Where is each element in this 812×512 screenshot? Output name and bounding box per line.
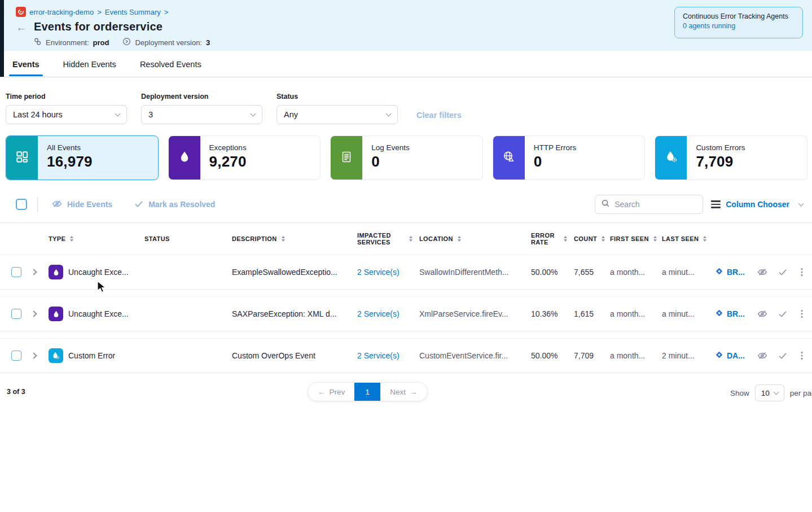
card-all-events[interactable]: All Events 16,979 <box>6 135 159 180</box>
event-location: CustomEventService.fir... <box>419 351 531 360</box>
impacted-services-link[interactable]: 2 Service(s) <box>357 268 419 277</box>
breadcrumb-section-link[interactable]: Events Summary <box>105 8 161 16</box>
agents-running-link[interactable]: 0 agents running <box>683 22 735 30</box>
environment-icon <box>33 37 42 47</box>
table-row: Uncaught Exce... SAXParseException: XML … <box>0 296 812 331</box>
card-http-errors[interactable]: HTTP Errors 0 <box>493 135 646 180</box>
clear-filters-button[interactable]: Clear filters <box>416 111 462 120</box>
kebab-menu-icon[interactable] <box>797 267 806 277</box>
card-value: 0 <box>534 153 577 170</box>
resolve-event-icon[interactable] <box>778 309 788 319</box>
sort-icon[interactable] <box>282 236 285 242</box>
event-type: Custom Error <box>68 351 115 360</box>
flame-icon <box>178 150 191 166</box>
expand-row-icon[interactable] <box>30 310 37 317</box>
deployment-version-label: Deployment version <box>141 93 262 100</box>
prev-label: Prev <box>330 388 345 396</box>
summary-cards: All Events 16,979 Exceptions 9,270 <box>0 124 812 180</box>
search-input-container <box>595 195 703 214</box>
mark-resolved-button[interactable]: Mark as Resolved <box>134 199 215 211</box>
card-value: 16,979 <box>47 153 93 170</box>
column-chooser-button[interactable]: Column Chooser <box>711 200 803 209</box>
hide-event-icon[interactable] <box>757 266 768 278</box>
card-custom-errors[interactable]: Custom Errors 7,709 <box>655 135 807 180</box>
last-seen: 2 minut... <box>662 351 715 360</box>
impacted-services-link[interactable]: 2 Service(s) <box>357 309 419 318</box>
prev-page-button[interactable]: ← Prev <box>308 383 354 401</box>
row-checkbox[interactable] <box>11 351 21 361</box>
hide-events-button[interactable]: Hide Events <box>51 198 112 211</box>
select-all-checkbox[interactable] <box>16 199 27 210</box>
search-icon <box>601 199 610 210</box>
log-icon <box>340 150 353 166</box>
expand-row-icon[interactable] <box>30 352 37 358</box>
globe-alert-icon <box>502 150 516 166</box>
hide-event-icon[interactable] <box>757 350 768 361</box>
time-period-select[interactable]: Last 24 hours <box>6 105 127 124</box>
table-body: Uncaught Exce... ExampleSwallowedExcepti… <box>0 255 812 373</box>
next-page-button[interactable]: Next → <box>380 383 427 401</box>
card-label: Custom Errors <box>696 143 745 152</box>
divider <box>37 197 38 212</box>
environment-value: prod <box>93 38 109 47</box>
page-size-select[interactable]: 10 <box>755 384 784 401</box>
tab-hidden-events[interactable]: Hidden Events <box>62 52 117 76</box>
back-button[interactable]: ← <box>16 21 27 33</box>
hide-event-icon[interactable] <box>757 308 768 320</box>
impacted-services-link[interactable]: 2 Service(s) <box>357 351 419 360</box>
resolve-event-icon[interactable] <box>778 267 788 277</box>
status-select[interactable]: Any <box>276 105 398 124</box>
event-description: Custom OverOps Event <box>232 351 357 360</box>
column-header-error-rate: ERROR RATE <box>531 232 559 246</box>
deployment-value: 3 <box>206 38 210 47</box>
jira-diamond-icon <box>715 309 723 320</box>
row-checkbox[interactable] <box>11 267 21 277</box>
error-rate: 50.00% <box>531 268 574 277</box>
hide-events-label: Hide Events <box>67 200 112 209</box>
table-header-row: TYPE STATUS DESCRIPTION IMPACTED SERVICE… <box>0 222 812 255</box>
kebab-menu-icon[interactable] <box>797 351 806 361</box>
column-header-impacted-services: IMPACTED SERVICES <box>357 232 405 246</box>
time-period-value: Last 24 hours <box>13 110 63 119</box>
card-exceptions[interactable]: Exceptions 9,270 <box>168 135 321 180</box>
kebab-menu-icon[interactable] <box>797 309 806 319</box>
resolve-event-icon[interactable] <box>778 351 788 361</box>
page-header: error-tracking-demo > Events Summary > ←… <box>0 0 812 51</box>
chevron-down-icon <box>115 111 121 117</box>
search-input[interactable] <box>615 200 694 209</box>
sort-icon[interactable] <box>70 236 73 242</box>
sort-icon[interactable] <box>703 236 706 242</box>
row-checkbox[interactable] <box>11 309 21 319</box>
show-label: Show <box>730 389 749 397</box>
breadcrumb-project-link[interactable]: error-tracking-demo <box>29 8 94 16</box>
sort-icon[interactable] <box>458 236 461 242</box>
last-seen: a minut... <box>662 268 715 277</box>
breadcrumb-separator: > <box>164 8 169 16</box>
pagination: ← Prev 1 Next → <box>308 382 428 401</box>
arrow-right-icon: → <box>410 388 418 396</box>
error-tracking-app: error-tracking-demo > Events Summary > ←… <box>0 0 812 512</box>
chevron-down-icon <box>386 111 392 117</box>
table-row: Uncaught Exce... ExampleSwallowedExcepti… <box>0 255 812 290</box>
first-seen: a month... <box>610 309 662 318</box>
sort-icon[interactable] <box>653 236 657 242</box>
event-type: Uncaught Exce... <box>68 268 129 277</box>
breadcrumb: error-tracking-demo > Events Summary > <box>16 7 210 17</box>
deployment-version-select[interactable]: 3 <box>141 105 262 124</box>
event-description: SAXParseException: XML d... <box>232 309 357 318</box>
column-header-status: STATUS <box>144 235 170 242</box>
card-log-events[interactable]: Log Events 0 <box>330 135 483 180</box>
ticket-link[interactable]: BR... <box>727 268 745 277</box>
column-header-location: LOCATION <box>419 235 453 242</box>
tab-resolved-events[interactable]: Resolved Events <box>139 52 203 76</box>
sort-icon[interactable] <box>602 236 605 242</box>
ticket-link[interactable]: BR... <box>727 309 745 318</box>
tab-events[interactable]: Events <box>11 52 41 76</box>
sort-icon[interactable] <box>409 236 412 242</box>
ticket-link[interactable]: DA... <box>727 351 745 360</box>
sort-icon[interactable] <box>564 236 567 242</box>
page-number-button[interactable]: 1 <box>354 383 380 401</box>
column-header-last-seen: LAST SEEN <box>662 235 699 242</box>
expand-row-icon[interactable] <box>30 269 37 275</box>
last-seen: a minut... <box>662 309 715 318</box>
